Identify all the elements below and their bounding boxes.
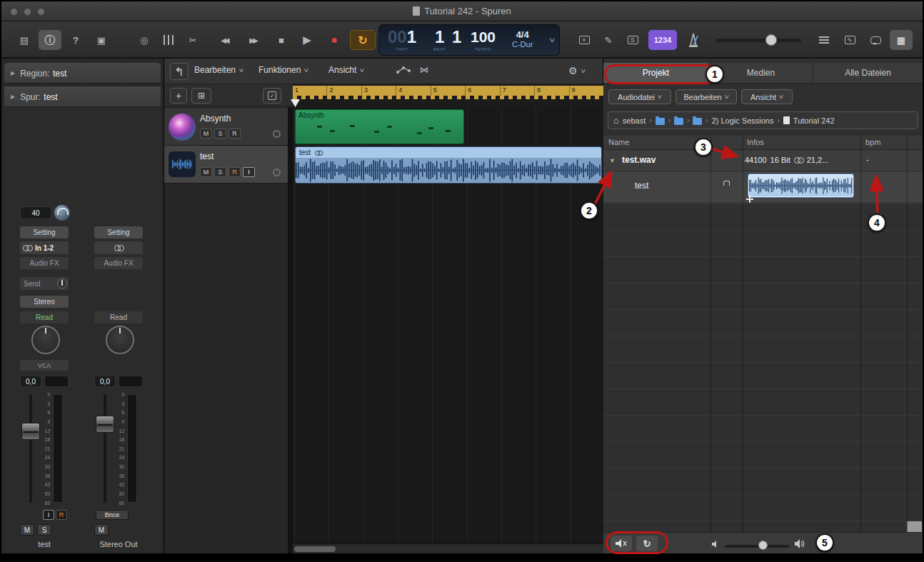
track2-input-monitor-button[interactable]: I bbox=[243, 167, 255, 177]
breadcrumb-home[interactable]: sebast bbox=[623, 116, 646, 125]
flex-button[interactable]: ⋈ bbox=[420, 65, 428, 75]
strip2-automation-button[interactable]: Read bbox=[94, 311, 143, 323]
strip1-audio-fx-button[interactable]: Audio FX bbox=[20, 257, 69, 269]
record-button[interactable]: ● bbox=[323, 30, 346, 50]
list-editors-button[interactable] bbox=[813, 30, 835, 50]
disclosure-down-icon[interactable]: ▼ bbox=[609, 157, 616, 164]
menu-bearbeiten-browser[interactable]: Bearbeiten∨ bbox=[676, 89, 737, 104]
strip2-format-button[interactable] bbox=[94, 241, 143, 254]
stop-button[interactable]: ■ bbox=[270, 30, 293, 50]
send-knob[interactable] bbox=[57, 279, 67, 288]
column-name[interactable]: Name bbox=[608, 138, 629, 146]
strip1-volume-value[interactable]: 0,0 bbox=[20, 376, 41, 387]
tuner-button[interactable]: ◎ bbox=[133, 30, 156, 50]
strip1-automation-button[interactable]: Read bbox=[20, 311, 69, 323]
audition-volume-slider[interactable] bbox=[725, 545, 789, 548]
region-row-test[interactable]: test bbox=[603, 171, 923, 204]
strip1-input-button[interactable]: In 1-2 bbox=[20, 241, 69, 254]
audio-region-test[interactable]: test bbox=[295, 146, 602, 184]
strip2-audio-fx-button[interactable]: Audio FX bbox=[94, 257, 143, 269]
tab-alle-dateien[interactable]: Alle Dateien bbox=[813, 63, 923, 83]
strip2-pan-knob[interactable] bbox=[106, 326, 134, 354]
strip1-vca-button[interactable]: VCA bbox=[20, 360, 69, 371]
menu-ansicht-browser[interactable]: Ansicht∨ bbox=[741, 89, 793, 104]
breadcrumb-project[interactable]: Tutorial 242 bbox=[793, 116, 835, 125]
master-volume-slider[interactable] bbox=[715, 39, 801, 42]
strip2-fader[interactable] bbox=[96, 416, 114, 433]
metronome-button[interactable] bbox=[681, 30, 705, 50]
automation-button[interactable] bbox=[396, 65, 411, 75]
folder-icon[interactable] bbox=[656, 118, 665, 125]
strip1-setting-button[interactable]: Setting bbox=[20, 226, 69, 239]
breadcrumb-sessions-folder[interactable]: 2) Logic Sessions bbox=[712, 116, 774, 125]
bar-ruler[interactable]: 1 2 3 4 5 6 7 8 9 bbox=[293, 84, 603, 107]
tab-medien[interactable]: Medien bbox=[709, 63, 813, 83]
menu-ansicht[interactable]: Ansicht∨ bbox=[328, 65, 364, 75]
folder-icon[interactable] bbox=[693, 118, 702, 125]
scrollbar-thumb[interactable] bbox=[294, 546, 336, 552]
track2-mute-button[interactable]: M bbox=[200, 167, 212, 177]
audition-volume-knob[interactable] bbox=[758, 541, 768, 550]
zoom-window-button[interactable] bbox=[37, 8, 45, 16]
erase-button[interactable]: × bbox=[573, 30, 596, 50]
close-window-button[interactable] bbox=[10, 8, 18, 16]
quick-help-button[interactable]: ? bbox=[64, 30, 87, 50]
file-row-testwav[interactable]: ▼ test.wav 44100 16 Bit 21,2... - bbox=[603, 150, 923, 171]
strip2-setting-button[interactable]: Setting bbox=[94, 226, 143, 239]
strip2-volume-value[interactable]: 0,0 bbox=[94, 376, 116, 387]
region-waveform-thumbnail[interactable] bbox=[748, 174, 853, 197]
library-button[interactable]: ▤ bbox=[13, 30, 36, 50]
strip1-fader[interactable] bbox=[21, 423, 40, 440]
solo-mode-button[interactable]: S bbox=[621, 30, 644, 50]
track-header-config-button[interactable]: ✓ bbox=[263, 88, 281, 104]
forward-button[interactable]: ▶▶ bbox=[241, 30, 264, 50]
strip2-mute-button[interactable]: M bbox=[94, 524, 109, 536]
minimize-window-button[interactable] bbox=[24, 8, 31, 16]
resize-corner[interactable] bbox=[907, 521, 922, 532]
duplicate-track-button[interactable]: ⊞ bbox=[191, 88, 211, 104]
add-track-button[interactable]: + bbox=[170, 88, 187, 104]
track-header-absynth[interactable]: Absynth M S R bbox=[164, 109, 288, 146]
lcd-chevron-down-icon[interactable]: ∨ bbox=[548, 36, 556, 44]
track1-solo-button[interactable]: S bbox=[214, 129, 226, 139]
track2-solo-button[interactable]: S bbox=[214, 167, 226, 177]
file-table-header[interactable]: Name Infos bpm bbox=[603, 134, 923, 150]
browsers-button[interactable]: ▦ bbox=[890, 30, 913, 50]
folder-icon[interactable] bbox=[674, 118, 683, 125]
gain-value[interactable]: 40 bbox=[20, 206, 51, 219]
cycle-button[interactable]: ↻ bbox=[350, 30, 376, 50]
strip1-record-enable-button[interactable]: R bbox=[56, 510, 67, 520]
strip1-mute-button[interactable]: M bbox=[20, 524, 34, 536]
menu-funktionen[interactable]: Funktionen∨ bbox=[258, 65, 308, 75]
note-pads-button[interactable]: ✎ bbox=[838, 30, 861, 50]
horizontal-scrollbar[interactable] bbox=[293, 543, 603, 553]
file-name[interactable]: test.wav bbox=[622, 155, 656, 165]
master-volume-knob[interactable] bbox=[765, 34, 777, 46]
file-path-breadcrumb[interactable]: ⌂ sebast › › › › 2) Logic Sessions › Tut… bbox=[608, 111, 918, 129]
mixer-button[interactable] bbox=[157, 30, 180, 50]
apple-loops-button[interactable] bbox=[864, 30, 887, 50]
strip2-bounce-button[interactable]: Bnce bbox=[96, 510, 129, 520]
track-lanes[interactable]: Absynth test bbox=[293, 107, 603, 553]
strip1-pan-knob[interactable] bbox=[31, 326, 60, 354]
midi-region-absynth[interactable]: Absynth bbox=[295, 109, 464, 144]
menu-audiodatei[interactable]: Audiodatei∨ bbox=[608, 89, 671, 104]
track-gear-menu[interactable]: ⚙∨ bbox=[568, 65, 585, 76]
region-name[interactable]: test bbox=[635, 181, 648, 191]
play-button[interactable]: ▶ bbox=[296, 30, 318, 50]
track-name[interactable]: Absynth bbox=[200, 114, 231, 124]
region-inspector-header[interactable]: ▶ Region: test bbox=[4, 63, 161, 84]
track1-mute-button[interactable]: M bbox=[200, 129, 212, 139]
pencil-mode-button[interactable]: ✎ bbox=[597, 30, 620, 50]
column-infos[interactable]: Infos bbox=[747, 138, 764, 146]
track1-record-button[interactable]: R bbox=[229, 129, 241, 139]
count-in-button[interactable]: 1234 bbox=[648, 30, 677, 50]
track-inspector-header[interactable]: ▶ Spur: test bbox=[4, 86, 161, 107]
lcd-display[interactable]: 001 TAKT 1 BEAT 1 100 TEMPO 4/4 C-Dur ∨ bbox=[378, 24, 560, 56]
rewind-button[interactable]: ◀◀ bbox=[213, 30, 236, 50]
track-name[interactable]: test bbox=[200, 151, 214, 161]
catch-playhead-button[interactable]: ↰ bbox=[170, 63, 189, 80]
menu-bearbeiten[interactable]: Bearbeiten∨ bbox=[194, 65, 243, 75]
headphone-icon[interactable] bbox=[54, 205, 70, 221]
strip1-input-monitor-button[interactable]: I bbox=[43, 510, 54, 520]
